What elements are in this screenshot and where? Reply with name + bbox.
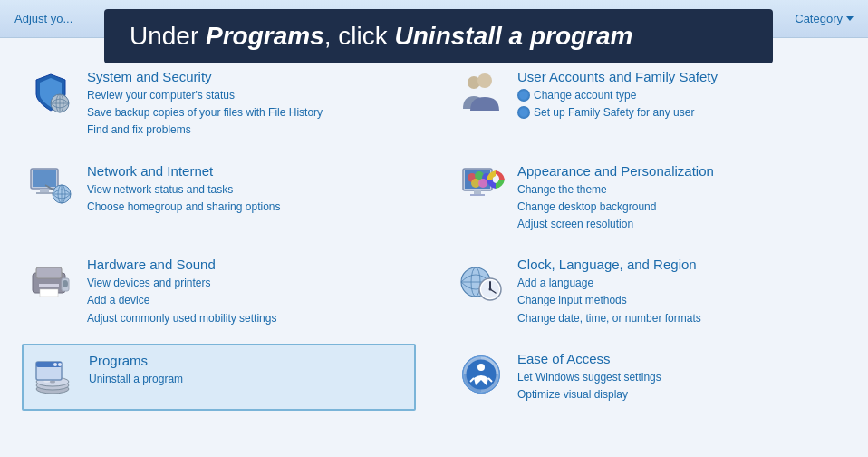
appearance-text: Appearance and Personalization Change th… bbox=[517, 163, 714, 234]
change-theme-link[interactable]: Change the theme bbox=[517, 181, 714, 199]
mobility-settings-link[interactable]: Adjust commonly used mobility settings bbox=[87, 310, 276, 327]
control-panel-content: System and Security Review your computer… bbox=[0, 47, 868, 425]
banner-uninstall: Uninstall a program bbox=[395, 22, 633, 50]
ease-text: Ease of Access Let Windows suggest setti… bbox=[517, 351, 661, 404]
visual-display-link[interactable]: Optimize visual display bbox=[517, 386, 661, 404]
hardware-icon bbox=[27, 257, 74, 304]
appearance-icon bbox=[458, 163, 505, 210]
svg-rect-9 bbox=[40, 189, 49, 192]
fix-problems-link[interactable]: Find and fix problems bbox=[87, 122, 323, 139]
screen-resolution-link[interactable]: Adjust screen resolution bbox=[517, 216, 714, 233]
dropdown-arrow-icon bbox=[846, 16, 854, 21]
desktop-bg-link[interactable]: Change desktop background bbox=[517, 199, 714, 216]
programs-icon bbox=[29, 353, 76, 400]
category-hardware: Hardware and Sound View devices and prin… bbox=[22, 249, 416, 335]
svg-point-50 bbox=[53, 363, 57, 366]
top-bar-right: Category bbox=[795, 12, 854, 25]
programs-title[interactable]: Programs bbox=[89, 353, 183, 368]
svg-point-31 bbox=[63, 280, 68, 287]
windows-suggest-link[interactable]: Let Windows suggest settings bbox=[517, 369, 661, 386]
svg-rect-10 bbox=[36, 192, 53, 194]
system-security-text: System and Security Review your computer… bbox=[87, 69, 323, 140]
hardware-title[interactable]: Hardware and Sound bbox=[87, 257, 276, 272]
appearance-title[interactable]: Appearance and Personalization bbox=[517, 163, 714, 179]
svg-rect-25 bbox=[470, 194, 485, 196]
system-security-icon bbox=[27, 69, 74, 116]
svg-point-45 bbox=[50, 380, 55, 383]
gear-icon bbox=[517, 89, 530, 102]
user-accounts-title[interactable]: User Accounts and Family Safety bbox=[517, 69, 718, 84]
svg-point-53 bbox=[477, 364, 485, 371]
devices-printers-link[interactable]: View devices and printers bbox=[87, 275, 276, 292]
instruction-banner: Under Programs, click Uninstall a progra… bbox=[104, 9, 773, 63]
system-security-title[interactable]: System and Security bbox=[87, 69, 323, 84]
gear-icon-2 bbox=[517, 106, 530, 119]
svg-point-23 bbox=[478, 179, 487, 188]
add-language-link[interactable]: Add a language bbox=[517, 275, 701, 292]
network-title[interactable]: Network and Internet bbox=[87, 163, 280, 179]
network-text: Network and Internet View network status… bbox=[87, 163, 280, 216]
svg-rect-8 bbox=[33, 170, 56, 187]
ease-title[interactable]: Ease of Access bbox=[517, 351, 661, 366]
svg-point-49 bbox=[58, 363, 62, 366]
change-account-type-link[interactable]: Change account type bbox=[517, 87, 718, 104]
category-user-accounts: User Accounts and Family Safety Change a… bbox=[452, 62, 846, 147]
homegroup-link[interactable]: Choose homegroup and sharing options bbox=[87, 199, 280, 216]
hardware-text: Hardware and Sound View devices and prin… bbox=[87, 257, 276, 327]
svg-rect-29 bbox=[40, 289, 58, 297]
family-safety-link[interactable]: Set up Family Safety for any user bbox=[517, 104, 718, 122]
svg-point-6 bbox=[477, 73, 492, 88]
category-system-security: System and Security Review your computer… bbox=[22, 62, 416, 147]
top-bar-text: Adjust yo... bbox=[14, 12, 72, 25]
add-device-link[interactable]: Add a device bbox=[87, 292, 276, 309]
input-methods-link[interactable]: Change input methods bbox=[517, 292, 701, 309]
clock-text: Clock, Language, and Region Add a langua… bbox=[517, 257, 701, 327]
category-network: Network and Internet View network status… bbox=[22, 156, 416, 241]
date-time-link[interactable]: Change date, time, or number formats bbox=[517, 310, 701, 327]
uninstall-program-link[interactable]: Uninstall a program bbox=[89, 371, 183, 388]
category-clock: Clock, Language, and Region Add a langua… bbox=[452, 249, 846, 335]
svg-rect-27 bbox=[36, 267, 62, 278]
programs-text: Programs Uninstall a program bbox=[89, 353, 183, 388]
network-status-link[interactable]: View network status and tasks bbox=[87, 181, 280, 199]
category-ease: Ease of Access Let Windows suggest setti… bbox=[452, 344, 846, 411]
review-status-link[interactable]: Review your computer's status bbox=[87, 87, 323, 104]
network-icon bbox=[27, 163, 74, 210]
backup-link[interactable]: Save backup copies of your files with Fi… bbox=[87, 104, 323, 122]
clock-title[interactable]: Clock, Language, and Region bbox=[517, 257, 701, 272]
svg-rect-28 bbox=[39, 284, 59, 287]
category-label: Category bbox=[795, 12, 843, 25]
user-accounts-icon bbox=[458, 69, 505, 116]
svg-rect-24 bbox=[474, 190, 481, 194]
clock-icon bbox=[458, 257, 505, 304]
category-appearance: Appearance and Personalization Change th… bbox=[452, 156, 846, 241]
svg-point-40 bbox=[489, 288, 492, 291]
user-accounts-text: User Accounts and Family Safety Change a… bbox=[517, 69, 718, 122]
banner-programs: Programs bbox=[206, 22, 324, 50]
category-button[interactable]: Category bbox=[795, 12, 854, 25]
banner-text-middle: , click bbox=[324, 22, 395, 50]
banner-text-before: Under bbox=[130, 22, 206, 50]
ease-icon bbox=[458, 351, 505, 398]
category-programs: Programs Uninstall a program bbox=[22, 344, 416, 411]
